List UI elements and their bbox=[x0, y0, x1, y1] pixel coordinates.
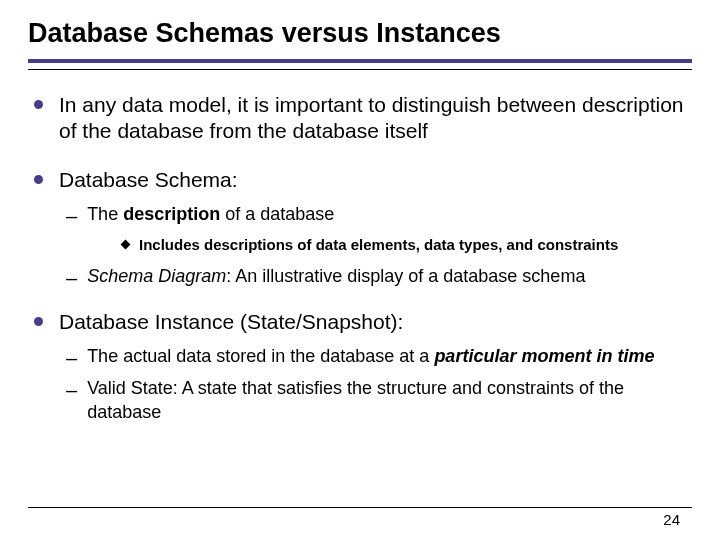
bullet-text: The description of a database bbox=[87, 203, 334, 226]
bullet-icon bbox=[34, 317, 43, 326]
bullet-text: Schema Diagram: An illustrative display … bbox=[87, 265, 585, 288]
dash-icon: – bbox=[66, 377, 77, 403]
bullet-text: Database Instance (State/Snapshot): bbox=[59, 309, 403, 335]
bullet-text: In any data model, it is important to di… bbox=[59, 92, 686, 145]
dash-icon: – bbox=[66, 265, 77, 291]
dash-icon: – bbox=[66, 203, 77, 229]
bullet-level2: – The description of a database bbox=[60, 203, 686, 229]
footer-rule bbox=[28, 507, 692, 508]
bullet-level1: Database Schema: bbox=[34, 167, 686, 193]
diamond-icon bbox=[121, 240, 131, 250]
bullet-level1: In any data model, it is important to di… bbox=[34, 92, 686, 145]
title-rule bbox=[28, 59, 692, 63]
bullet-level2: – Valid State: A state that satisfies th… bbox=[60, 377, 686, 424]
bullet-text: The actual data stored in the database a… bbox=[87, 345, 654, 368]
bullet-level3: Includes descriptions of data elements, … bbox=[122, 235, 686, 255]
bullet-text: Database Schema: bbox=[59, 167, 238, 193]
dash-icon: – bbox=[66, 345, 77, 371]
bullet-icon bbox=[34, 100, 43, 109]
page-number: 24 bbox=[663, 511, 680, 528]
slide-content: In any data model, it is important to di… bbox=[28, 92, 692, 424]
bullet-level1: Database Instance (State/Snapshot): bbox=[34, 309, 686, 335]
bullet-text: Valid State: A state that satisfies the … bbox=[87, 377, 686, 424]
slide-title: Database Schemas versus Instances bbox=[28, 18, 692, 49]
bullet-level2: – Schema Diagram: An illustrative displa… bbox=[60, 265, 686, 291]
bullet-text: Includes descriptions of data elements, … bbox=[139, 235, 618, 255]
bullet-level2: – The actual data stored in the database… bbox=[60, 345, 686, 371]
title-thin-rule bbox=[28, 69, 692, 70]
bullet-icon bbox=[34, 175, 43, 184]
